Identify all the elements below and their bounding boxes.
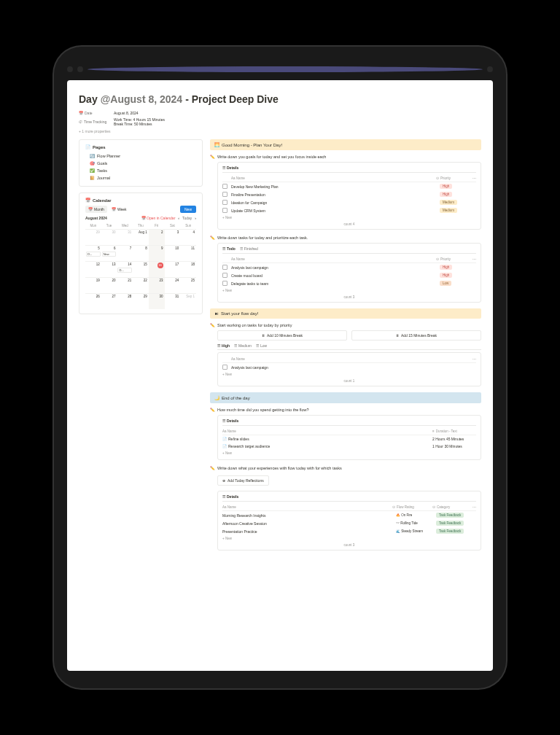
cal-day[interactable]: 20	[101, 277, 117, 293]
cal-day[interactable]: 12	[85, 261, 101, 277]
cal-day[interactable]: 26	[85, 293, 101, 309]
priority-tab-medium[interactable]: ☰ Medium	[234, 343, 252, 348]
reflections-tab-details[interactable]: ☰ Details	[222, 494, 238, 499]
cal-day[interactable]: 24	[165, 277, 181, 293]
calendar-next-button[interactable]: ›	[195, 216, 196, 220]
cal-day[interactable]: 31	[117, 229, 133, 245]
checkbox[interactable]	[222, 365, 228, 370]
checkbox[interactable]	[222, 281, 228, 286]
page-link-goals[interactable]: 🎯 Goals	[85, 160, 196, 167]
col-name-header[interactable]: Aa Name	[222, 429, 432, 433]
cal-day[interactable]: 28	[117, 293, 133, 309]
cal-day[interactable]: 5D...	[85, 245, 101, 261]
cal-day[interactable]: 7	[117, 245, 133, 261]
flow-new-row[interactable]: + New	[222, 371, 476, 378]
calendar-today-button[interactable]: Today	[182, 216, 192, 220]
more-properties-toggle[interactable]: + 1 more properties	[79, 129, 481, 133]
col-name-header[interactable]: Aa Name	[231, 357, 472, 361]
meta-date-value[interactable]: August 8, 2024	[114, 111, 139, 115]
cal-event[interactable]: New	[102, 252, 117, 257]
cal-day[interactable]: 15	[133, 261, 149, 277]
goal-row[interactable]: Update CRM SystemMedium	[222, 206, 476, 214]
calendar-new-button[interactable]: New	[180, 206, 196, 213]
cal-day[interactable]: 31	[165, 293, 181, 309]
cal-day[interactable]: 29	[85, 229, 101, 245]
goal-row[interactable]: Finalize PresentationHigh	[222, 190, 476, 198]
add-15min-break-button[interactable]: ⏸ Add 15 Minutes Break	[351, 330, 481, 341]
cal-day[interactable]: Sep 1	[180, 293, 196, 309]
col-name-header[interactable]: Aa Name	[231, 176, 436, 180]
cal-day[interactable]: 21	[117, 277, 133, 293]
cal-day[interactable]: 23	[149, 277, 165, 293]
cal-day[interactable]: 17	[165, 261, 181, 277]
cal-day[interactable]: 14D...	[117, 261, 133, 277]
cal-day[interactable]: 27	[101, 293, 117, 309]
add-reflections-button[interactable]: ⊕ Add Today Reflections	[217, 475, 269, 486]
checkbox[interactable]	[222, 184, 228, 189]
goal-row[interactable]: Ideation for CampaignMedium	[222, 198, 476, 206]
cal-day[interactable]: 8	[133, 245, 149, 261]
duration-new-row[interactable]: + New	[222, 450, 476, 456]
priority-tab-high[interactable]: ☰ High	[217, 343, 230, 348]
task-row[interactable]: Delegate tasks to teamLow	[222, 279, 476, 287]
goals-tab-details[interactable]: ☰ Details	[222, 166, 238, 170]
cal-day[interactable]: 6New	[101, 245, 117, 261]
cal-day[interactable]: 2	[149, 229, 165, 245]
tasks-new-row[interactable]: + New	[222, 287, 476, 294]
cal-day[interactable]: 9	[149, 245, 165, 261]
col-priority-header[interactable]: ⊙ Priority	[436, 257, 472, 261]
page-link-tasks[interactable]: ✅ Tasks	[85, 167, 196, 174]
title-date-mention[interactable]: @August 8, 2024	[101, 93, 182, 105]
col-name-header[interactable]: Aa Name	[231, 257, 436, 261]
page-link-journal[interactable]: 📔 Journal	[85, 174, 196, 182]
checkbox[interactable]	[222, 192, 228, 197]
cal-day[interactable]: 3	[165, 229, 181, 245]
col-flow-header[interactable]: ⊙ Flow Rating	[392, 505, 432, 509]
cal-day[interactable]: 10	[165, 245, 181, 261]
cal-event[interactable]: D...	[117, 268, 132, 273]
cal-day[interactable]: 25	[180, 277, 196, 293]
calendar-prev-button[interactable]: ‹	[178, 216, 179, 220]
cal-day[interactable]: 19	[85, 277, 101, 293]
cal-event[interactable]: D...	[86, 252, 101, 257]
checkbox[interactable]	[222, 200, 228, 205]
col-more-icon[interactable]: ⋯	[472, 257, 476, 261]
priority-tab-low[interactable]: ☰ Low	[256, 343, 267, 348]
add-10min-break-button[interactable]: ⏸ Add 10 Minutes Break	[217, 330, 347, 341]
duration-row[interactable]: Refine slides2 Hours 45 Minutes	[222, 435, 476, 443]
reflections-new-row[interactable]: + New	[222, 535, 476, 542]
open-in-calendar-link[interactable]: 📅 Open in Calendar	[141, 216, 176, 220]
task-row[interactable]: Analysis last campaignHigh	[222, 263, 476, 271]
cal-day[interactable]: 18	[180, 261, 196, 277]
calendar-tab-month[interactable]: 📅 Month	[85, 206, 107, 213]
col-more-icon[interactable]: ⋯	[472, 176, 476, 180]
cal-day[interactable]: 13	[101, 261, 117, 277]
goal-row[interactable]: Develop New Marketing PlanHigh	[222, 182, 476, 190]
checkbox[interactable]	[222, 273, 228, 278]
reflection-row[interactable]: Afternoon Creative Session〰 Rolling Tide…	[222, 519, 476, 527]
cal-day[interactable]: 11	[180, 245, 196, 261]
duration-tab-details[interactable]: ☰ Details	[222, 419, 238, 423]
col-category-header[interactable]: ⊙ Category	[432, 505, 472, 509]
cal-day[interactable]: 4	[180, 229, 196, 245]
col-name-header[interactable]: Aa Name	[222, 505, 392, 509]
col-more-icon[interactable]: ⋯	[472, 357, 476, 361]
cal-day[interactable]: 22	[133, 277, 149, 293]
cal-day[interactable]: 29	[133, 293, 149, 309]
calendar-tab-week[interactable]: 📅 Week	[109, 206, 130, 213]
cal-day[interactable]: Aug 1	[133, 229, 149, 245]
reflection-row[interactable]: Presentation Practice🌊 Steady StreamTask…	[222, 527, 476, 535]
reflection-row[interactable]: Morning Research Insights🔥 On FireTask F…	[222, 511, 476, 519]
cal-day[interactable]: 30	[149, 293, 165, 309]
tasks-tab-todo[interactable]: ☰ Todo	[222, 246, 236, 251]
duration-row[interactable]: Research target audience1 Hour 30 Minute…	[222, 443, 476, 450]
checkbox[interactable]	[222, 265, 228, 270]
checkbox[interactable]	[222, 208, 228, 213]
tasks-tab-finished[interactable]: ☰ Finished	[240, 246, 258, 251]
page-link-flow-planner[interactable]: 🔄 Flow Planner	[85, 152, 196, 160]
flow-task-row[interactable]: Analysis last campaign	[222, 363, 476, 371]
cal-day[interactable]: 16	[149, 261, 165, 277]
goals-new-row[interactable]: + New	[222, 214, 476, 221]
col-more-icon[interactable]: ⋯	[472, 505, 476, 509]
col-duration-header[interactable]: ≡ Duration - Text	[432, 429, 476, 433]
